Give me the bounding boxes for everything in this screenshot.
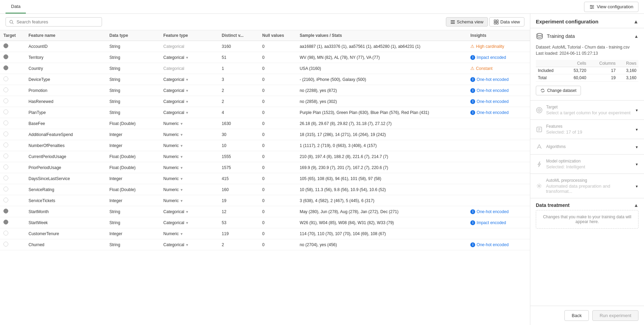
target-cell[interactable] <box>0 173 25 184</box>
insight-text: One-hot encoded <box>477 209 509 214</box>
model-optimization-header[interactable]: Model optimization Selected: Intelligent <box>530 155 644 174</box>
target-cell[interactable] <box>0 140 25 151</box>
null-values-cell: 0 <box>259 41 296 52</box>
target-cell[interactable] <box>0 228 25 239</box>
target-radio[interactable] <box>3 65 8 70</box>
target-cell[interactable] <box>0 41 25 52</box>
feature-type-cell[interactable]: Numeric ▼ <box>160 118 218 129</box>
target-radio[interactable] <box>3 209 8 213</box>
target-cell[interactable] <box>0 63 25 74</box>
feature-type-dropdown-arrow[interactable]: ▼ <box>180 122 183 126</box>
automl-preprocessing-chevron-icon[interactable] <box>635 184 638 189</box>
target-cell[interactable] <box>0 206 25 217</box>
target-radio[interactable] <box>3 76 8 81</box>
target-cell[interactable] <box>0 118 25 129</box>
target-radio[interactable] <box>3 87 8 92</box>
feature-type-cell[interactable]: Categorical ▼ <box>160 217 218 228</box>
training-data-header[interactable]: Training data ▲ <box>530 28 644 44</box>
target-radio[interactable] <box>3 198 8 202</box>
schema-view-button[interactable]: Schema view <box>446 17 488 27</box>
feature-type-cell[interactable]: Numeric ▼ <box>160 140 218 151</box>
feature-type-cell[interactable]: Numeric ▼ <box>160 129 218 140</box>
feature-type-cell[interactable]: Numeric ▼ <box>160 162 218 173</box>
target-cell[interactable] <box>0 151 25 162</box>
feature-type-cell[interactable]: Categorical ▼ <box>160 74 218 85</box>
automl-preprocessing-header[interactable]: AutoML preprocessing Automated data prep… <box>530 174 644 198</box>
target-radio[interactable] <box>3 187 8 191</box>
target-cell[interactable] <box>0 129 25 140</box>
change-dataset-button[interactable]: Change dataset <box>536 86 581 95</box>
feature-type-dropdown-arrow[interactable]: ▼ <box>185 78 189 82</box>
feature-type-cell[interactable]: Numeric ▼ <box>160 173 218 184</box>
feature-type-dropdown-arrow[interactable]: ▼ <box>185 100 189 104</box>
feature-type-cell[interactable]: Numeric ▼ <box>160 195 218 206</box>
null-values-cell: 0 <box>259 206 296 217</box>
feature-type-dropdown-arrow[interactable]: ▼ <box>180 177 183 181</box>
feature-type-cell[interactable]: Categorical ▼ <box>160 107 218 118</box>
view-configuration-button[interactable]: View configuration <box>584 2 638 12</box>
feature-type-cell[interactable]: Categorical ▼ <box>160 52 218 63</box>
target-radio[interactable] <box>3 54 8 59</box>
target-radio[interactable] <box>3 242 8 247</box>
collapse-training-data-icon[interactable]: ▲ <box>634 34 638 39</box>
feature-type-dropdown-arrow[interactable]: ▼ <box>185 111 189 115</box>
target-cell[interactable] <box>0 195 25 206</box>
feature-type-dropdown-arrow[interactable]: ▼ <box>185 243 189 247</box>
target-radio[interactable] <box>3 165 8 169</box>
feature-type-dropdown-arrow[interactable]: ▼ <box>180 133 183 137</box>
collapse-experiment-config-icon[interactable]: ▲ <box>633 19 638 24</box>
target-cell[interactable] <box>0 52 25 63</box>
target-config-header[interactable]: Target Select a target column for your e… <box>530 101 644 119</box>
target-radio[interactable] <box>3 220 8 224</box>
features-chevron-icon[interactable] <box>635 127 638 132</box>
data-treatment-collapse-icon[interactable]: ▲ <box>634 202 638 208</box>
feature-type-cell[interactable]: Numeric ▼ <box>160 184 218 195</box>
feature-type-dropdown-arrow[interactable]: ▼ <box>180 166 183 170</box>
feature-type-cell[interactable]: Numeric ▼ <box>160 228 218 239</box>
target-radio[interactable] <box>3 143 8 147</box>
target-cell[interactable] <box>0 162 25 173</box>
target-cell[interactable] <box>0 217 25 228</box>
feature-type-cell[interactable]: Numeric ▼ <box>160 151 218 162</box>
feature-type-dropdown-arrow[interactable]: ▼ <box>185 210 189 214</box>
target-cell[interactable] <box>0 107 25 118</box>
back-button[interactable]: Back <box>564 310 589 321</box>
feature-type-cell[interactable]: Categorical ▼ <box>160 239 218 250</box>
feature-type-dropdown-arrow[interactable]: ▼ <box>185 221 189 225</box>
search-input[interactable] <box>17 19 98 24</box>
feature-type-dropdown-arrow[interactable]: ▼ <box>185 89 189 93</box>
features-config-header[interactable]: Features Selected: 17 of 19 <box>530 120 644 139</box>
model-optimization-chevron-icon[interactable] <box>635 161 638 167</box>
feature-type-dropdown-arrow[interactable]: ▼ <box>180 188 183 192</box>
feature-type-dropdown-arrow[interactable]: ▼ <box>180 155 183 159</box>
target-radio[interactable] <box>3 109 8 114</box>
target-cell[interactable] <box>0 74 25 85</box>
data-view-button[interactable]: Data view <box>489 17 524 27</box>
target-cell[interactable] <box>0 85 25 96</box>
target-radio[interactable] <box>3 120 8 125</box>
feature-type-dropdown-arrow[interactable]: ▼ <box>180 144 183 148</box>
insight-text: One-hot encoded <box>477 242 509 247</box>
target-chevron-icon[interactable] <box>635 107 638 113</box>
run-experiment-button[interactable]: Run experiment <box>592 310 638 321</box>
insights-cell: ⚠ High cardinality <box>467 41 530 52</box>
target-cell[interactable] <box>0 96 25 107</box>
feature-type-cell[interactable]: Categorical ▼ <box>160 85 218 96</box>
feature-type-dropdown-arrow[interactable]: ▼ <box>180 199 183 203</box>
tab-data[interactable]: Data <box>6 0 26 13</box>
target-radio[interactable] <box>3 176 8 180</box>
target-radio[interactable] <box>3 132 8 136</box>
target-radio[interactable] <box>3 231 8 235</box>
target-radio[interactable] <box>3 154 8 158</box>
feature-type-cell[interactable]: Categorical ▼ <box>160 96 218 107</box>
target-radio[interactable] <box>3 43 8 48</box>
target-cell[interactable] <box>0 184 25 195</box>
feature-type-cell[interactable]: Categorical ▼ <box>160 206 218 217</box>
target-radio[interactable] <box>3 98 8 103</box>
algorithms-chevron-icon[interactable] <box>635 144 638 149</box>
feature-type-dropdown-arrow[interactable]: ▼ <box>180 232 183 236</box>
feature-type-dropdown-arrow[interactable]: ▼ <box>185 56 189 60</box>
algorithms-config-header[interactable]: Algorithms <box>530 139 644 154</box>
schema-view-label: Schema view <box>457 19 483 24</box>
target-cell[interactable] <box>0 239 25 250</box>
